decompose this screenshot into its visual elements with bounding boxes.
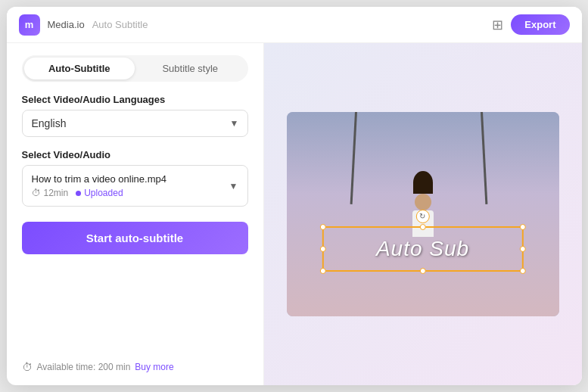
video-section: Select Video/Audio How to trim a video o… bbox=[22, 149, 248, 207]
handle-lm[interactable] bbox=[319, 246, 325, 252]
language-section: Select Video/Audio Languages English Spa… bbox=[22, 94, 248, 137]
handle-tr[interactable] bbox=[520, 224, 526, 230]
preview-background: ↻ Auto Sub bbox=[287, 112, 559, 316]
start-auto-subtitle-button[interactable]: Start auto-subtitle bbox=[22, 222, 248, 254]
person-head bbox=[415, 194, 431, 210]
export-button[interactable]: Export bbox=[511, 14, 569, 35]
titlebar: m Media.io Auto Subtitle ⊞ Export bbox=[7, 7, 582, 43]
brand-name: Media.io bbox=[48, 19, 85, 30]
buy-more-link[interactable]: Buy more bbox=[135, 362, 173, 372]
swing-chain-left bbox=[350, 112, 356, 204]
tab-switcher: Auto-Subtitle Subtitle style bbox=[22, 55, 248, 82]
available-time-label: Available time: 200 min bbox=[37, 362, 131, 372]
language-select[interactable]: English Spanish French German Chinese Ja… bbox=[22, 110, 248, 137]
left-panel: Auto-Subtitle Subtitle style Select Vide… bbox=[7, 43, 264, 385]
video-status-item: Uploaded bbox=[76, 188, 123, 198]
person-hair bbox=[413, 171, 433, 194]
video-dropdown-arrow: ▼ bbox=[229, 181, 238, 191]
main-content: Auto-Subtitle Subtitle style Select Vide… bbox=[7, 43, 582, 385]
rotate-handle[interactable]: ↻ bbox=[415, 210, 429, 223]
handle-tm[interactable] bbox=[419, 224, 425, 230]
handle-tl[interactable] bbox=[319, 224, 325, 230]
video-meta: ⏱ 12min Uploaded bbox=[32, 188, 220, 198]
right-panel: ↻ Auto Sub bbox=[264, 43, 582, 385]
footer-clock-icon: ⏱ bbox=[22, 361, 33, 373]
video-status: Uploaded bbox=[84, 188, 123, 198]
video-filename: How to trim a video online.mp4 bbox=[32, 173, 220, 185]
language-section-label: Select Video/Audio Languages bbox=[22, 94, 248, 105]
page-name: Auto Subtitle bbox=[92, 19, 148, 30]
video-section-label: Select Video/Audio bbox=[22, 149, 248, 160]
language-select-wrapper: English Spanish French German Chinese Ja… bbox=[22, 110, 248, 137]
app-window: m Media.io Auto Subtitle ⊞ Export Auto-S… bbox=[7, 7, 582, 385]
titlebar-right: ⊞ Export bbox=[492, 14, 569, 35]
handle-br[interactable] bbox=[520, 268, 526, 274]
grid-icon[interactable]: ⊞ bbox=[492, 17, 503, 33]
preview-image: ↻ Auto Sub bbox=[287, 112, 559, 316]
handle-rm[interactable] bbox=[520, 246, 526, 252]
video-duration: 12min bbox=[44, 188, 69, 198]
footer-bar: ⏱ Available time: 200 min Buy more bbox=[22, 361, 248, 373]
tab-subtitle-style[interactable]: Subtitle style bbox=[135, 58, 246, 79]
subtitle-overlay-box[interactable]: ↻ Auto Sub bbox=[322, 226, 523, 272]
status-dot bbox=[76, 191, 81, 196]
handle-bm[interactable] bbox=[419, 268, 425, 274]
swing-chain-right bbox=[481, 112, 487, 204]
logo-icon: m bbox=[19, 14, 40, 36]
clock-small-icon: ⏱ bbox=[32, 188, 41, 198]
video-duration-item: ⏱ 12min bbox=[32, 188, 69, 198]
titlebar-left: m Media.io Auto Subtitle bbox=[19, 14, 148, 36]
video-selector[interactable]: How to trim a video online.mp4 ⏱ 12min U… bbox=[22, 165, 248, 207]
handle-bl[interactable] bbox=[319, 268, 325, 274]
subtitle-preview-text: Auto Sub bbox=[376, 237, 469, 261]
tab-auto-subtitle[interactable]: Auto-Subtitle bbox=[24, 58, 135, 79]
